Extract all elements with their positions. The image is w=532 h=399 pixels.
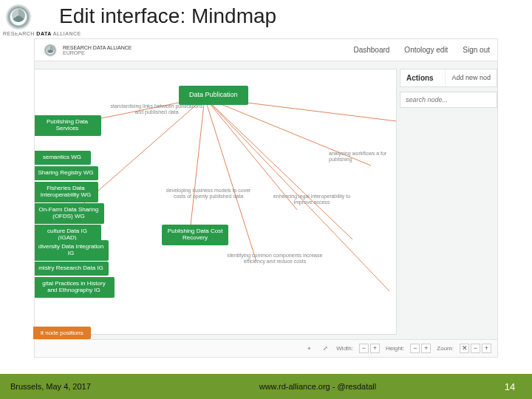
footer-url-handle: www.rd-alliance.org - @resdatall (148, 382, 488, 391)
svg-line-2 (190, 98, 205, 232)
zoom-label: Zoom: (437, 345, 454, 352)
width-stepper: − + (359, 344, 380, 353)
height-decrease-button[interactable]: − (410, 344, 420, 353)
rda-ring-icon (3, 1, 34, 33)
slide-footer: Brussels, May 4, 2017 www.rd-alliance.or… (0, 374, 532, 399)
node-publishing-data-services[interactable]: Publishing Data Services (35, 115, 101, 136)
nav-ontology-edit[interactable]: Ontology edit (404, 46, 448, 54)
node-left-7[interactable]: gital Practices in History and Ethnograp… (35, 277, 115, 298)
node-left-0[interactable]: semantics WG (35, 151, 91, 165)
recenter-icon[interactable]: ⌖ (304, 344, 314, 354)
actions-panel-header: Actions Add new nod (400, 69, 497, 87)
mindmap-canvas[interactable]: Data Publication Publishing Data Cost Re… (35, 69, 397, 335)
height-label: Height: (386, 345, 404, 352)
app-header: RESEARCH DATA ALLIANCE EUROPE Dashboard … (35, 39, 497, 61)
node-central[interactable]: Data Publication (179, 86, 248, 105)
node-child-cost-recovery[interactable]: Publishing Data Cost Recovery (162, 225, 228, 245)
reset-node-positions-button[interactable]: it node positions (33, 327, 91, 339)
node-left-2[interactable]: Fisheries Data Interoperability WG (35, 182, 98, 202)
app-org-name: RESEARCH DATA ALLIANCE (63, 45, 132, 50)
rda-ring-icon (42, 42, 58, 58)
height-increase-button[interactable]: + (421, 344, 431, 353)
app-logo: RESEARCH DATA ALLIANCE EUROPE (42, 42, 132, 58)
zoom-increase-button[interactable]: + (482, 344, 491, 353)
height-stepper: − + (410, 344, 431, 353)
zoom-decrease-button[interactable]: − (471, 344, 480, 353)
node-left-1[interactable]: Sharing Registry WG (35, 166, 98, 180)
width-increase-button[interactable]: + (370, 344, 380, 353)
sidebar: Actions Add new nod (400, 69, 497, 108)
node-left-5[interactable]: diversity Data Integration IG (35, 240, 109, 261)
add-node-button[interactable]: Add new nod (445, 69, 497, 86)
edge-label-5: analysing workflows a for publishing (329, 151, 397, 163)
zoom-out-button[interactable]: ✕ (460, 344, 469, 353)
width-decrease-button[interactable]: − (359, 344, 369, 353)
node-left-3[interactable]: On-Farm Data Sharing (OFDS) WG (35, 203, 104, 224)
edge-label-1: standardising links between publications… (109, 103, 205, 116)
app-nav: Dashboard Ontology edit Sign out (353, 46, 490, 54)
nav-dashboard[interactable]: Dashboard (353, 46, 389, 54)
edge-label-3: enhancing legal interoperability to impr… (264, 194, 360, 206)
app-window: RESEARCH DATA ALLIANCE EUROPE Dashboard … (34, 38, 498, 358)
footer-page-number: 14 (488, 381, 532, 392)
width-label: Width: (336, 345, 353, 352)
slide-title: Edit interface: Mindmap (59, 4, 276, 28)
search-node-wrap (400, 92, 497, 108)
edge-label-4: identifying common components increase e… (219, 253, 330, 265)
expand-icon[interactable]: ⤢ (320, 344, 330, 354)
zoom-stepper: ✕ − + (460, 344, 491, 353)
search-node-input[interactable] (400, 92, 497, 108)
edge-label-2: developing business models to cover cost… (160, 188, 256, 200)
node-left-6[interactable]: mistry Research Data IG (35, 262, 109, 276)
footer-location-date: Brussels, May 4, 2017 (0, 382, 148, 391)
nav-sign-out[interactable]: Sign out (463, 46, 490, 54)
actions-label: Actions (400, 69, 445, 86)
canvas-toolbar: ⌖ ⤢ Width: − + Height: − + Zoom: ✕ − + (35, 339, 497, 357)
app-org-sub: EUROPE (63, 50, 132, 55)
